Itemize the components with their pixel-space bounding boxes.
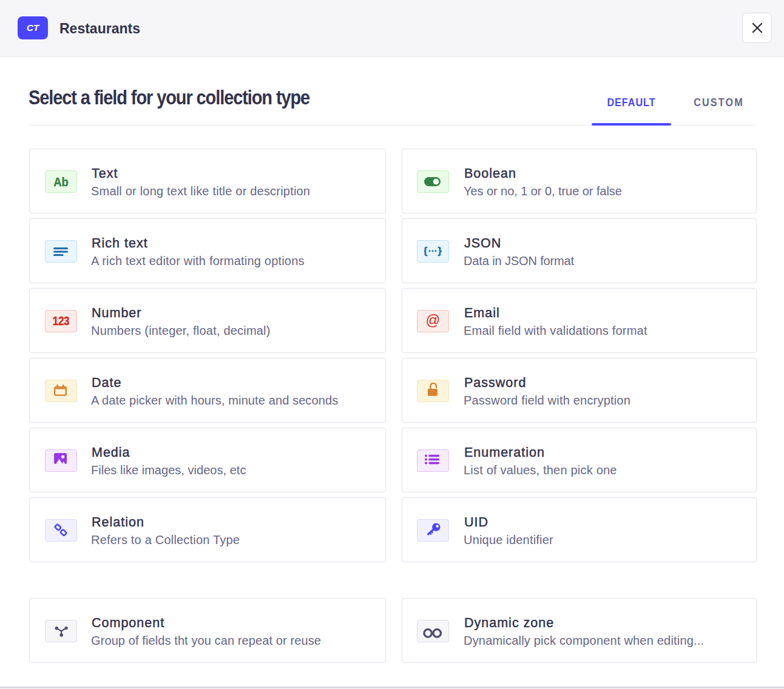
svg-text:}: } bbox=[438, 245, 442, 256]
svg-text:{: { bbox=[424, 245, 428, 256]
